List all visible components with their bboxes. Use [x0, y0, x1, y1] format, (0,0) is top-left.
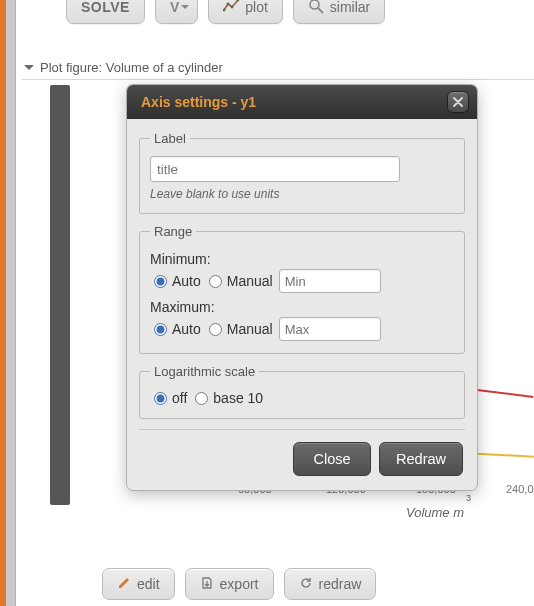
svg-point-1	[227, 2, 230, 5]
redraw-button[interactable]: Redraw	[379, 442, 463, 476]
dialog-actions: Close Redraw	[139, 442, 465, 476]
export-icon	[200, 576, 214, 593]
max-manual-label: Manual	[227, 321, 273, 337]
dialog-titlebar[interactable]: Axis settings - y1	[127, 85, 477, 119]
close-button[interactable]: Close	[293, 442, 371, 476]
min-manual-radio[interactable]	[209, 275, 222, 288]
bottom-redraw-button[interactable]: redraw	[284, 568, 377, 600]
export-label: export	[220, 576, 259, 592]
plot-icon	[223, 0, 239, 17]
main-area: SOLVE V plot similar Plot figure: Volume…	[16, 0, 534, 606]
plot-left-gutter	[50, 85, 70, 505]
dialog-close-button[interactable]	[447, 91, 469, 113]
export-button[interactable]: export	[185, 568, 274, 600]
minimum-label: Minimum:	[150, 251, 454, 267]
range-fieldset: Range Minimum: Auto Manual Maximum: Auto…	[139, 224, 465, 354]
edit-button[interactable]: edit	[102, 568, 175, 600]
axis-settings-dialog: Axis settings - y1 Label Leave blank to …	[126, 84, 478, 491]
dialog-separator	[139, 429, 465, 430]
log-base10-radio[interactable]	[195, 392, 208, 405]
similar-button-label: similar	[330, 0, 370, 15]
max-auto-radio[interactable]	[154, 323, 167, 336]
axis-label-input[interactable]	[150, 156, 400, 182]
plot-button-label: plot	[245, 0, 268, 15]
svg-point-2	[231, 5, 234, 8]
min-manual-label: Manual	[227, 273, 273, 289]
svg-line-5	[318, 8, 323, 13]
edit-label: edit	[137, 576, 160, 592]
variable-dropdown[interactable]: V	[155, 0, 198, 24]
logscale-fieldset: Logarithmic scale off base 10	[139, 364, 465, 419]
solve-button[interactable]: SOLVE	[66, 0, 145, 24]
bottom-redraw-label: redraw	[319, 576, 362, 592]
side-gutter	[6, 0, 16, 606]
axis-label-hint: Leave blank to use units	[150, 187, 454, 201]
dialog-title-text: Axis settings - y1	[141, 94, 256, 110]
plot-section-header[interactable]: Plot figure: Volume of a cylinder	[22, 56, 534, 80]
max-value-input[interactable]	[279, 317, 381, 341]
search-icon	[308, 0, 324, 17]
refresh-icon	[299, 576, 313, 593]
dialog-body: Label Leave blank to use units Range Min…	[127, 119, 477, 490]
plot-button[interactable]: plot	[208, 0, 283, 24]
close-icon	[453, 94, 463, 110]
label-legend: Label	[150, 131, 190, 146]
svg-point-4	[310, 0, 319, 9]
collapse-triangle-icon	[24, 65, 34, 75]
x-tick: 240,00	[506, 483, 534, 495]
range-legend: Range	[150, 224, 196, 239]
min-auto-label: Auto	[172, 273, 201, 289]
x-axis-label: Volume m	[406, 505, 464, 520]
max-manual-radio[interactable]	[209, 323, 222, 336]
label-fieldset: Label Leave blank to use units	[139, 131, 465, 214]
min-auto-radio[interactable]	[154, 275, 167, 288]
logscale-legend: Logarithmic scale	[150, 364, 259, 379]
min-value-input[interactable]	[279, 269, 381, 293]
log-off-label: off	[172, 390, 187, 406]
pencil-icon	[117, 576, 131, 593]
similar-button[interactable]: similar	[293, 0, 385, 24]
log-base10-label: base 10	[213, 390, 263, 406]
top-toolbar: SOLVE V plot similar	[66, 0, 385, 24]
plot-bottom-toolbar: edit export redraw	[102, 568, 376, 600]
x-axis-exponent: 3	[466, 493, 471, 503]
plot-section-title: Plot figure: Volume of a cylinder	[40, 60, 223, 75]
max-auto-label: Auto	[172, 321, 201, 337]
log-off-radio[interactable]	[154, 392, 167, 405]
maximum-label: Maximum:	[150, 299, 454, 315]
